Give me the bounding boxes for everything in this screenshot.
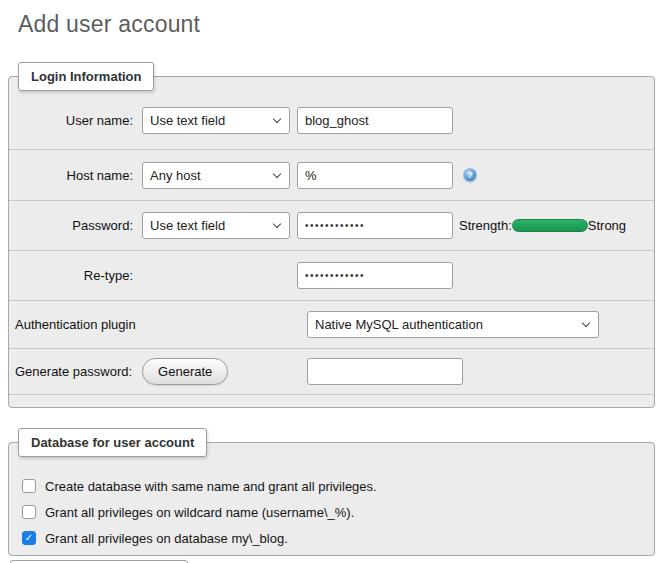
chevron-down-icon [273,114,281,122]
auth-plugin-row: Authentication plugin Native MySQL authe… [9,300,654,348]
password-label: Password: [9,218,142,233]
retype-row: Re-type: [9,250,654,300]
username-label: User name: [9,113,142,128]
password-strength: Strength: Strong [459,218,626,233]
create-db-option-row: ✓ Create database with same name and gra… [9,473,654,499]
login-fieldset-footer [9,394,654,407]
hostname-row: Host name: Any host ? [9,149,654,200]
wildcard-grant-option-label[interactable]: Grant all privileges on wildcard name (u… [45,505,354,520]
wildcard-grant-checkbox[interactable]: ✓ [22,505,36,519]
database-for-user-fieldset: Database for user account ✓ Create datab… [8,428,655,556]
username-type-select[interactable]: Use text field [142,107,290,134]
create-db-checkbox[interactable]: ✓ [22,479,36,493]
strength-label: Strength: [459,218,512,233]
generate-password-label: Generate password: [9,364,132,379]
password-input[interactable] [297,212,453,239]
page-title: Add user account [0,0,660,40]
generate-button[interactable]: Generate [142,358,228,385]
hostname-type-selected-value: Any host [150,168,201,183]
password-type-select[interactable]: Use text field [142,212,290,239]
generated-password-input[interactable] [307,358,463,385]
chevron-down-icon [273,220,281,228]
auth-plugin-select[interactable]: Native MySQL authentication [307,311,599,338]
password-row: Password: Use text field Strength: Stron… [9,200,654,250]
hostname-type-select[interactable]: Any host [142,162,290,189]
help-icon[interactable]: ? [463,168,477,182]
grant-db-option-row: ✓ Grant all privileges on database my\_b… [9,525,654,551]
chevron-down-icon [582,319,590,327]
database-for-user-legend: Database for user account [18,428,207,457]
checkmark-icon: ✓ [25,533,33,543]
chevron-down-icon [273,169,281,177]
grant-db-checkbox[interactable]: ✓ [22,531,36,545]
login-information-fieldset: Login Information User name: Use text fi… [8,62,655,408]
auth-plugin-selected-value: Native MySQL authentication [315,317,483,332]
username-row: User name: Use text field [9,91,654,149]
retype-label: Re-type: [9,268,142,283]
login-information-legend: Login Information [18,62,154,91]
password-type-selected-value: Use text field [150,218,225,233]
hostname-label: Host name: [9,168,142,183]
hostname-input[interactable] [297,162,453,189]
wildcard-grant-option-row: ✓ Grant all privileges on wildcard name … [9,499,654,525]
grant-db-option-label[interactable]: Grant all privileges on database my\_blo… [45,531,288,546]
retype-password-input[interactable] [297,262,453,289]
username-input[interactable] [297,107,453,134]
username-type-selected-value: Use text field [150,113,225,128]
generate-password-row: Generate password: Generate [9,348,654,394]
auth-plugin-label: Authentication plugin [9,317,136,332]
create-db-option-label[interactable]: Create database with same name and grant… [45,479,377,494]
strength-meter-bar [512,219,588,232]
strength-value: Strong [588,218,626,233]
